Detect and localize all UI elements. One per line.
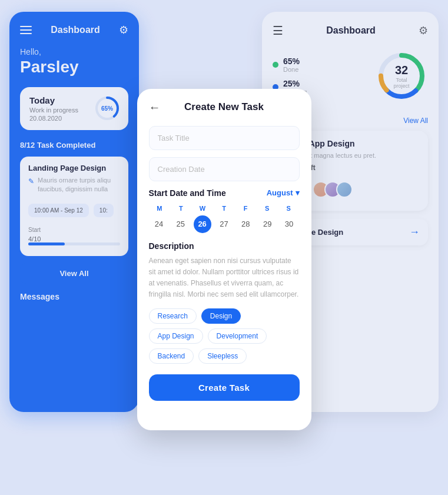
description-label: Description xyxy=(149,241,300,251)
month-label: August xyxy=(267,188,293,197)
cal-date-29[interactable]: 29 xyxy=(258,215,276,233)
creation-date-input[interactable] xyxy=(149,157,300,181)
day-S2: S xyxy=(278,205,300,212)
tag-app-design[interactable]: App Design xyxy=(149,328,203,344)
tag-backend[interactable]: Backend xyxy=(149,348,194,364)
start-date-section-header: Start Date and Time August ▾ xyxy=(149,188,300,198)
create-task-modal: ← Create New Task Start Date and Time Au… xyxy=(137,89,311,430)
modal-title: Create New Task xyxy=(170,101,278,113)
day-M: M xyxy=(149,205,171,212)
tag-development[interactable]: Development xyxy=(208,328,267,344)
start-date-label: Start Date and Time xyxy=(149,188,226,198)
cal-date-26[interactable]: 26 xyxy=(194,215,211,233)
day-F: F xyxy=(235,205,257,212)
chevron-down-icon: ▾ xyxy=(296,188,300,197)
description-text: Aenean eget sapien non nisi cursus vulpu… xyxy=(149,255,300,301)
month-selector[interactable]: August ▾ xyxy=(267,188,300,197)
cal-date-27[interactable]: 27 xyxy=(215,215,233,233)
tag-sleepless[interactable]: Sleepless xyxy=(198,348,247,364)
description-section: Description Aenean eget sapien non nisi … xyxy=(149,241,300,301)
day-W: W xyxy=(192,205,214,212)
cal-date-24[interactable]: 24 xyxy=(150,215,168,233)
tag-design[interactable]: Design xyxy=(201,308,241,324)
cal-date-28[interactable]: 28 xyxy=(237,215,254,233)
back-button[interactable]: ← xyxy=(149,101,161,114)
modal-overlay: ← Create New Task Start Date and Time Au… xyxy=(0,0,448,495)
tag-research[interactable]: Research xyxy=(149,308,197,324)
tags-row: Research Design App Design Development B… xyxy=(149,308,300,364)
day-T2: T xyxy=(213,205,235,212)
create-task-button[interactable]: Create Task xyxy=(149,374,300,401)
cal-date-30[interactable]: 30 xyxy=(280,215,298,233)
day-S1: S xyxy=(256,205,278,212)
calendar-header: M T W T F S S xyxy=(149,205,300,212)
cal-date-25[interactable]: 25 xyxy=(172,215,190,233)
calendar-dates: 24 25 26 27 28 29 30 xyxy=(149,215,300,233)
modal-header: ← Create New Task xyxy=(149,101,300,114)
day-T1: T xyxy=(170,205,192,212)
task-title-input[interactable] xyxy=(149,126,300,150)
